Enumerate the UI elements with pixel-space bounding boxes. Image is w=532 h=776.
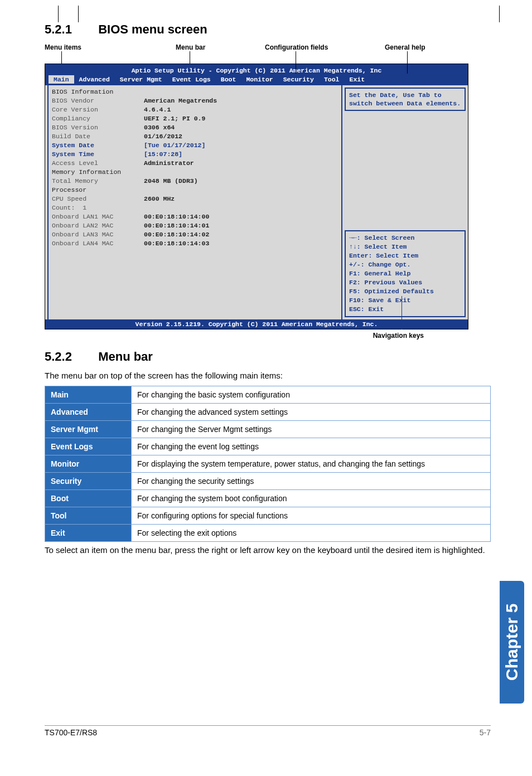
bios-field-value: 00:E0:18:10:14:00 [144,212,209,221]
bios-tab-boot[interactable]: Boot [216,75,241,84]
footer-page: 5-7 [480,728,491,737]
after-table-text: To select an item on the menu bar, press… [45,545,491,555]
bios-field-label: Memory Information [52,168,144,177]
bios-tab-security[interactable]: Security [278,75,319,84]
bios-tab-bar: MainAdvancedServer MgmtEvent LogsBootMon… [45,75,468,85]
bios-nav-box: →←: Select Screen↑↓: Select ItemEnter: S… [345,230,466,317]
bios-row: Memory Information [52,168,338,177]
bios-row: Onboard LAN2 MAC00:E0:18:10:14:01 [52,221,338,230]
table-desc-cell: For changing the basic system configurat… [132,386,491,404]
table-row: Server MgmtFor changing the Server Mgmt … [45,421,491,438]
bios-nav-line: F1: General Help [349,269,461,278]
bios-field-value: 2048 MB (DDR3) [144,177,198,186]
label-config-fields: Configuration fields [265,43,328,51]
bios-row: CPU Speed2600 MHz [52,195,338,203]
bios-tab-exit[interactable]: Exit [345,75,370,84]
bios-field-label: System Time [52,150,144,159]
table-header-cell: Server Mgmt [45,421,132,438]
bios-field-label: BIOS Version [52,123,144,132]
table-header-cell: Security [45,473,132,490]
table-row: MonitorFor displaying the system tempera… [45,455,491,473]
bios-field-label: Compliancy [52,114,144,123]
bios-field-value: [Tue 01/17/2012] [144,141,205,150]
bios-title: Aptio Setup Utility - Copyright (C) 2011… [45,66,468,75]
table-desc-cell: For selecting the exit options [132,525,491,542]
table-row: AdvancedFor changing the advanced system… [45,404,491,421]
bios-row: Processor [52,186,338,195]
bios-field-label: Processor [52,186,144,195]
footer-model: TS700-E7/RS8 [45,728,97,737]
table-desc-cell: For changing the security settings [132,473,491,490]
chapter-tab: Chapter 5 [500,581,524,704]
bios-row: BIOS Information [52,88,338,96]
bios-nav-line: Enter: Select Item [349,251,461,260]
bios-row: Access LevelAdministrator [52,159,338,168]
bios-nav-line: →←: Select Screen [349,234,461,243]
table-desc-cell: For changing the Server Mgmt settings [132,421,491,438]
bios-nav-line: ESC: Exit [349,305,461,314]
section-heading-521: 5.2.1 BIOS menu screen [45,22,504,37]
bios-field-value: Administrator [144,159,194,168]
table-header-cell: Exit [45,525,132,542]
table-desc-cell: For displaying the system temperature, p… [132,455,491,473]
section-description: The menu bar on top of the screen has th… [45,371,504,380]
bios-screen: Aptio Setup Utility - Copyright (C) 2011… [45,64,468,329]
bios-header: Aptio Setup Utility - Copyright (C) 2011… [45,64,468,85]
bios-field-label: BIOS Information [52,88,144,96]
table-row: SecurityFor changing the security settin… [45,473,491,490]
bios-row: Total Memory2048 MB (DDR3) [52,177,338,186]
bios-row: BIOS VendorAmerican Megatrends [52,96,338,105]
bios-tab-event-logs[interactable]: Event Logs [167,75,216,84]
bios-nav-line: +/-: Change Opt. [349,260,461,269]
table-row: ExitFor selecting the exit options [45,525,491,542]
bios-field-value: 00:E0:18:10:14:03 [144,239,209,248]
bios-field-value: 00:E0:18:10:14:02 [144,230,209,239]
label-menu-bar: Menu bar [176,43,205,51]
bios-tab-main[interactable]: Main [49,75,74,84]
table-header-cell: Main [45,386,132,404]
bios-field-value: 00:E0:18:10:14:01 [144,221,209,230]
bios-row: Onboard LAN1 MAC00:E0:18:10:14:00 [52,212,338,221]
label-nav-keys: Navigation keys [45,332,468,340]
bios-row: Count: 1 [52,203,338,212]
bios-row: Onboard LAN3 MAC00:E0:18:10:14:02 [52,230,338,239]
bios-tab-monitor[interactable]: Monitor [241,75,278,84]
section-number: 5.2.1 [45,22,95,37]
bios-tab-advanced[interactable]: Advanced [74,75,115,84]
table-desc-cell: For configuring options for special func… [132,507,491,525]
bios-field-label: CPU Speed [52,195,144,203]
table-header-cell: Monitor [45,455,132,473]
bios-row[interactable]: System Time[15:07:28] [52,150,338,159]
menu-bar-table: MainFor changing the basic system config… [45,386,491,542]
bios-field-label: Total Memory [52,177,144,186]
bios-row: BIOS Version0306 x64 [52,123,338,132]
bios-field-label: Onboard LAN3 MAC [52,230,144,239]
bios-row: CompliancyUEFI 2.1; PI 0.9 [52,114,338,123]
table-row: MainFor changing the basic system config… [45,386,491,404]
section-number: 5.2.2 [45,350,95,364]
table-desc-cell: For changing the event log settings [132,438,491,455]
label-menu-items: Menu items [45,43,81,51]
bios-field-value: 0306 x64 [144,123,175,132]
bios-field-value: 4.6.4.1 [144,105,171,114]
bios-row: Onboard LAN4 MAC00:E0:18:10:14:03 [52,239,338,248]
bios-row[interactable]: System Date[Tue 01/17/2012] [52,141,338,150]
table-header-cell: Advanced [45,404,132,421]
bios-right-panel: Set the Date, Use Tab to switch between … [342,85,468,319]
label-general-help: General help [385,43,425,51]
bios-field-label: Build Date [52,132,144,141]
table-header-cell: Tool [45,507,132,525]
bios-nav-line: F5: Optimized Defaults [349,287,461,296]
table-header-cell: Boot [45,490,132,507]
table-desc-cell: For changing the system boot configurati… [132,490,491,507]
table-row: BootFor changing the system boot configu… [45,490,491,507]
bios-field-value: UEFI 2.1; PI 0.9 [144,114,205,123]
table-row: Event LogsFor changing the event log set… [45,438,491,455]
section-title: BIOS menu screen [98,22,207,36]
bios-tab-server-mgmt[interactable]: Server Mgmt [115,75,167,84]
bios-footer: Version 2.15.1219. Copyright (C) 2011 Am… [45,319,468,329]
bios-field-value: American Megatrends [144,96,217,105]
bios-tab-tool[interactable]: Tool [319,75,345,84]
bios-field-label: Onboard LAN1 MAC [52,212,144,221]
table-row: ToolFor configuring options for special … [45,507,491,525]
